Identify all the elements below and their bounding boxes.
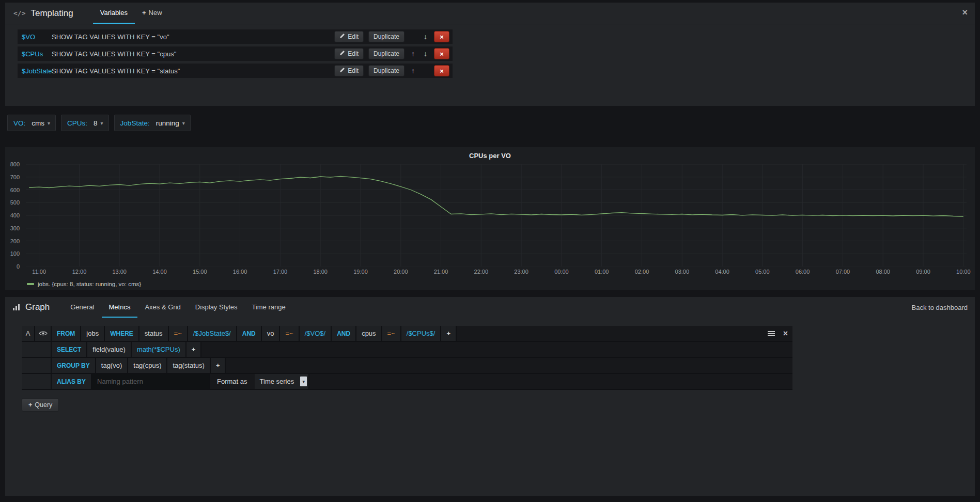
select-keyword[interactable]: SELECT <box>52 342 87 357</box>
move-variable-down-button[interactable]: ↓ <box>422 50 429 58</box>
edit-variable-button[interactable]: Edit <box>334 48 364 59</box>
tab-variables-label: Variables <box>100 9 128 17</box>
duplicate-variable-button[interactable]: Duplicate <box>368 65 405 76</box>
variable-name-link[interactable]: $VO <box>18 33 52 41</box>
group-by-tag-segment[interactable]: tag(cpus) <box>128 358 167 373</box>
query-row-icons: × <box>768 326 792 341</box>
variable-select-value: cms ▾ <box>29 119 55 127</box>
format-as-value: Time series <box>260 378 294 385</box>
bar-chart-icon <box>12 304 21 311</box>
tab-variables[interactable]: Variables <box>93 3 135 24</box>
move-variable-up-button[interactable]: ↑ <box>409 50 417 58</box>
pencil-icon <box>339 33 345 40</box>
add-group-by-button[interactable]: + <box>211 358 226 373</box>
y-tick-label: 200 <box>10 238 20 244</box>
duplicate-variable-button[interactable]: Duplicate <box>368 31 405 42</box>
variable-query: SHOW TAG VALUES WITH KEY = "vo" <box>52 33 169 41</box>
x-tick-label: 18:00 <box>313 269 328 275</box>
where-key-segment[interactable]: vo <box>262 326 281 341</box>
variable-row-actions: Edit Duplicate ↑ ↓ × <box>334 65 453 76</box>
add-query-button[interactable]: + Query <box>22 398 59 412</box>
plus-icon: + <box>28 401 32 409</box>
graph-editor-header: Graph General Metrics Axes & Grid Displa… <box>5 297 975 318</box>
delete-variable-button[interactable]: × <box>434 48 449 59</box>
tab-metrics[interactable]: Metrics <box>102 297 138 318</box>
where-key-segment[interactable]: status <box>139 326 169 341</box>
x-tick-label: 05:00 <box>755 269 770 275</box>
y-tick-label: 300 <box>10 225 20 231</box>
x-tick-label: 00:00 <box>554 269 569 275</box>
x-tick-label: 15:00 <box>193 269 207 275</box>
alias-pattern-input[interactable] <box>92 374 210 389</box>
query-menu-icon[interactable] <box>768 330 775 337</box>
edit-variable-button[interactable]: Edit <box>334 65 364 76</box>
where-key-segment[interactable]: cpus <box>356 326 382 341</box>
where-keyword[interactable]: WHERE <box>105 326 139 341</box>
back-to-dashboard-link[interactable]: Back to dashboard <box>912 304 968 311</box>
tab-display-styles[interactable]: Display Styles <box>188 297 245 318</box>
query-row-from: A FROM jobs WHERE status =~ /$JobState$/… <box>22 326 792 342</box>
alias-by-keyword: ALIAS BY <box>52 374 92 389</box>
templating-title: Templating <box>30 8 73 19</box>
add-select-button[interactable]: + <box>186 342 202 357</box>
variable-select-vo[interactable]: VO: cms ▾ <box>7 115 56 131</box>
variable-select-cpus[interactable]: CPUs: 8 ▾ <box>61 115 109 131</box>
variable-row-vo: $VO SHOW TAG VALUES WITH KEY = "vo" Edit… <box>18 29 453 44</box>
legend[interactable]: jobs. {cpus: 8, status: running, vo: cms… <box>27 281 141 287</box>
dashboard-page: { "icons": { "code": "</>", "plus": "+",… <box>0 0 980 502</box>
row-spacer <box>457 326 768 341</box>
y-tick-label: 700 <box>10 174 20 180</box>
select-field-segment[interactable]: field(value) <box>87 342 132 357</box>
tab-general[interactable]: General <box>63 297 101 318</box>
variable-name-link[interactable]: $JobState <box>18 67 52 75</box>
x-tick-label: 04:00 <box>715 269 729 275</box>
plus-icon: + <box>142 9 146 17</box>
duplicate-variable-button[interactable]: Duplicate <box>368 48 405 59</box>
and-keyword[interactable]: AND <box>332 326 356 341</box>
variable-name-link[interactable]: $CPUs <box>18 50 52 58</box>
select-math-segment[interactable]: math(*$CPUs) <box>132 342 186 357</box>
templating-header: </> Templating Variables + New × <box>5 3 975 24</box>
x-tick-label: 20:00 <box>394 269 408 275</box>
where-value-segment[interactable]: /$VO$/ <box>300 326 332 341</box>
query-letter[interactable]: A <box>22 326 35 341</box>
x-axis: 11:0012:0013:0014:0015:0016:0017:0018:00… <box>26 269 967 277</box>
tab-time-range[interactable]: Time range <box>244 297 292 318</box>
variable-select-value: running ▾ <box>154 119 190 127</box>
add-condition-button[interactable]: + <box>441 326 457 341</box>
edit-label: Edit <box>348 50 359 57</box>
from-keyword[interactable]: FROM <box>52 326 81 341</box>
tab-axes-grid[interactable]: Axes & Grid <box>137 297 188 318</box>
where-value-segment[interactable]: /$CPUs$/ <box>401 326 442 341</box>
x-tick-label: 06:00 <box>796 269 810 275</box>
edit-label: Edit <box>348 67 359 74</box>
group-by-tag-segment[interactable]: tag(status) <box>167 358 210 373</box>
delete-variable-button[interactable]: × <box>434 65 449 76</box>
move-variable-down-button[interactable]: ↓ <box>422 33 429 41</box>
and-keyword[interactable]: AND <box>237 326 262 341</box>
group-by-keyword[interactable]: GROUP BY <box>52 358 96 373</box>
variable-row-actions: Edit Duplicate ↑ ↓ × <box>334 31 453 42</box>
where-operator-segment[interactable]: =~ <box>280 326 299 341</box>
from-measurement-segment[interactable]: jobs <box>81 326 105 341</box>
format-as-select[interactable]: Time series ▾ <box>255 374 310 389</box>
where-operator-segment[interactable]: =~ <box>382 326 401 341</box>
where-value-segment[interactable]: /$JobState$/ <box>188 326 237 341</box>
tab-new-variable[interactable]: + New <box>135 3 169 24</box>
where-operator-segment[interactable]: =~ <box>169 326 188 341</box>
move-variable-up-button[interactable]: ↑ <box>409 67 417 75</box>
remove-query-icon[interactable]: × <box>783 330 788 338</box>
edit-variable-button[interactable]: Edit <box>334 31 364 42</box>
variable-row-jobstate: $JobState SHOW TAG VALUES WITH KEY = "st… <box>18 64 453 78</box>
delete-variable-button[interactable]: × <box>434 31 449 42</box>
x-tick-label: 17:00 <box>273 269 288 275</box>
eye-icon[interactable] <box>35 326 52 341</box>
variable-query: SHOW TAG VALUES WITH KEY = "status" <box>52 67 180 75</box>
x-tick-label: 19:00 <box>353 269 368 275</box>
plot-area[interactable] <box>26 164 967 266</box>
variable-select-jobstate[interactable]: JobState: running ▾ <box>114 115 191 131</box>
close-templating-icon[interactable]: × <box>962 8 968 17</box>
x-tick-label: 23:00 <box>514 269 528 275</box>
group-by-tag-segment[interactable]: tag(vo) <box>96 358 128 373</box>
graph-panel-title: CPUs per VO <box>5 147 975 160</box>
